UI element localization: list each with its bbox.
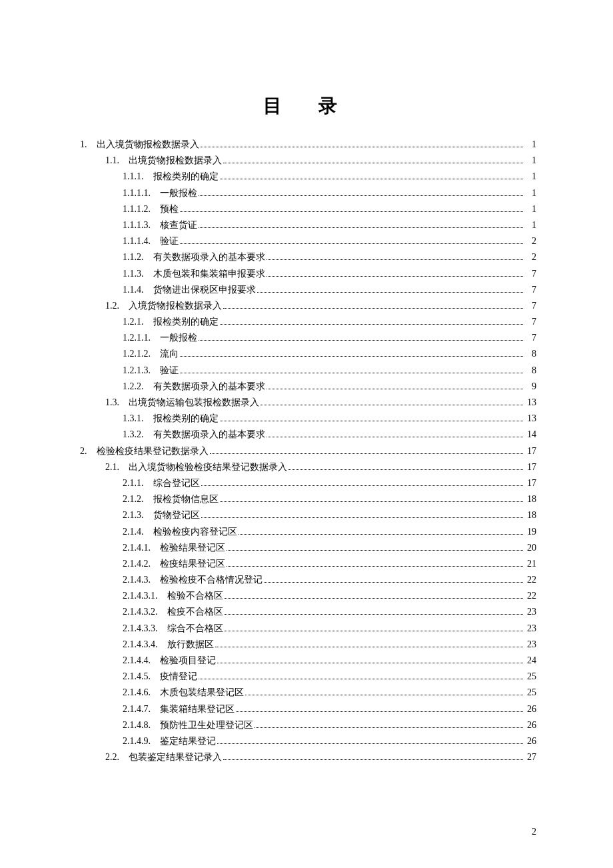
toc-entry: 2.1.2.报检货物信息区18 — [80, 492, 536, 507]
toc-entry-label: 综合不合格区 — [167, 621, 223, 636]
toc-entry: 2.1.4.9.鉴定结果登记26 — [80, 734, 536, 749]
toc-entry-label: 货物登记区 — [153, 508, 200, 523]
toc-leader-dots — [267, 251, 524, 261]
toc-entry-label: 一般报检 — [160, 186, 197, 201]
toc-leader-dots — [289, 461, 523, 470]
toc-entry-label: 疫情登记 — [160, 669, 197, 684]
toc-entry-number: 2.2. — [105, 750, 129, 765]
toc-entry-page: 13 — [524, 395, 536, 410]
toc-entry-number: 2.1.4.3.1. — [123, 589, 167, 603]
toc-entry-label: 报检类别的确定 — [153, 169, 219, 184]
toc-entry-label: 木质包装结果登记区 — [160, 685, 244, 700]
toc-leader-dots — [267, 380, 524, 389]
toc-entry: 1.3.2.有关数据项录入的基本要求14 — [80, 427, 536, 442]
toc-entry: 2.1.1.综合登记区17 — [80, 476, 536, 491]
toc-leader-dots — [223, 299, 523, 309]
toc-entry: 1.1.1.4.验证2 — [80, 234, 536, 249]
toc-entry-number: 2.1.3. — [123, 508, 153, 523]
toc-entry-label: 有关数据项录入的基本要求 — [153, 427, 265, 442]
toc-entry-label: 验证 — [160, 234, 179, 249]
toc-entry-page: 25 — [524, 669, 536, 684]
toc-entry-page: 18 — [524, 492, 536, 507]
toc-entry: 2.1.3.货物登记区18 — [80, 508, 536, 523]
toc-entry-label: 预检 — [160, 202, 179, 217]
toc-entry-number: 2.1.2. — [123, 492, 153, 507]
toc-leader-dots — [180, 203, 523, 212]
toc-entry-label: 验证 — [160, 363, 179, 378]
toc-leader-dots — [227, 541, 523, 551]
toc-entry: 2.1.4.2.检疫结果登记区21 — [80, 557, 536, 571]
toc-entry-page: 1 — [524, 153, 536, 168]
toc-entry-page: 2 — [524, 234, 536, 249]
toc-entry-number: 1.2.1.1. — [123, 331, 160, 345]
toc-entry-page: 23 — [524, 621, 536, 636]
toc-entry-number: 1.1.2. — [123, 250, 153, 265]
toc-leader-dots — [261, 396, 523, 405]
toc-entry-number: 2.1.4.6. — [123, 685, 160, 700]
toc-entry-label: 核查货证 — [160, 218, 197, 233]
toc-entry: 1.2.1.3.验证8 — [80, 363, 536, 378]
toc-leader-dots — [199, 219, 523, 228]
toc-leader-dots — [267, 429, 524, 438]
toc-entry-number: 1.2.1.2. — [123, 347, 160, 361]
toc-entry-label: 出境货物运输包装报检数据录入 — [129, 395, 259, 410]
toc-entry-page: 1 — [524, 169, 536, 184]
toc-entry-label: 检验项目登记 — [160, 653, 216, 668]
toc-entry-number: 2.1.4.7. — [123, 702, 160, 717]
page-title: 目 录 — [80, 93, 536, 119]
toc-entry-page: 25 — [524, 685, 536, 700]
toc-leader-dots — [217, 735, 523, 744]
toc-entry-number: 1.3.2. — [123, 427, 153, 442]
toc-entry-label: 出入境货物报检数据录入 — [97, 137, 199, 152]
toc-entry: 1.1.1.报检类别的确定1 — [80, 169, 536, 184]
toc-entry-page: 7 — [524, 331, 536, 345]
toc-entry: 1.2.1.报检类别的确定7 — [80, 315, 536, 329]
toc-entry-label: 放行数据区 — [167, 637, 214, 652]
toc-entry-number: 2.1.4.3.3. — [123, 621, 167, 636]
toc-entry-page: 26 — [524, 734, 536, 749]
toc-entry-number: 2.1.4.9. — [123, 734, 160, 749]
toc-leader-dots — [220, 315, 524, 325]
toc-entry: 1.2.1.1.一般报检7 — [80, 331, 536, 345]
toc-entry-label: 有关数据项录入的基本要求 — [153, 379, 265, 394]
toc-entry: 2.1.4.3.1.检验不合格区22 — [80, 589, 536, 603]
toc-entry-number: 2.1.4.3.4. — [123, 637, 167, 652]
toc-entry-page: 20 — [524, 541, 536, 555]
toc-entry: 2.2.包装鉴定结果登记录入27 — [80, 750, 536, 765]
toc-leader-dots — [217, 654, 523, 663]
toc-entry: 1.1.1.1.一般报检1 — [80, 186, 536, 201]
toc-entry: 1.1.3.木质包装和集装箱申报要求7 — [80, 267, 536, 281]
toc-leader-dots — [220, 413, 524, 422]
toc-entry-label: 集装箱结果登记区 — [160, 702, 235, 717]
toc-entry-number: 1.1. — [105, 153, 129, 168]
toc-leader-dots — [199, 332, 523, 341]
toc-leader-dots — [201, 138, 524, 147]
toc-entry-label: 流向 — [160, 347, 179, 361]
toc-leader-dots — [220, 171, 524, 180]
toc-entry-page: 7 — [524, 267, 536, 281]
toc-entry: 2.1.4.5.疫情登记25 — [80, 669, 536, 684]
toc-entry-number: 1.2. — [105, 299, 129, 313]
toc-entry: 2.1.4.3.4.放行数据区23 — [80, 637, 536, 652]
toc-entry-page: 19 — [524, 525, 536, 539]
toc-entry-number: 1.3. — [105, 395, 129, 410]
toc-entry-page: 23 — [524, 605, 536, 619]
toc-leader-dots — [180, 348, 523, 357]
toc-entry-label: 货物进出保税区申报要求 — [153, 283, 256, 297]
toc-entry-number: 2.1.4.8. — [123, 718, 160, 733]
toc-entry-page: 8 — [524, 347, 536, 361]
toc-entry-page: 17 — [524, 444, 536, 459]
toc-leader-dots — [201, 477, 524, 486]
toc-entry-label: 报检货物信息区 — [153, 492, 219, 507]
toc-entry-number: 2.1.4. — [123, 525, 153, 539]
toc-entry-label: 报检类别的确定 — [153, 315, 219, 329]
toc-entry-page: 1 — [524, 218, 536, 233]
toc-leader-dots — [225, 590, 524, 599]
toc-entry-label: 有关数据项录入的基本要求 — [153, 250, 265, 265]
toc-entry-label: 鉴定结果登记 — [160, 734, 216, 749]
toc-leader-dots — [267, 267, 524, 277]
toc-entry: 2.1.出入境货物检验检疫结果登记数据录入17 — [80, 460, 536, 475]
toc-leader-dots — [220, 493, 524, 503]
toc-leader-dots — [201, 509, 524, 519]
toc-leader-dots — [223, 751, 523, 761]
